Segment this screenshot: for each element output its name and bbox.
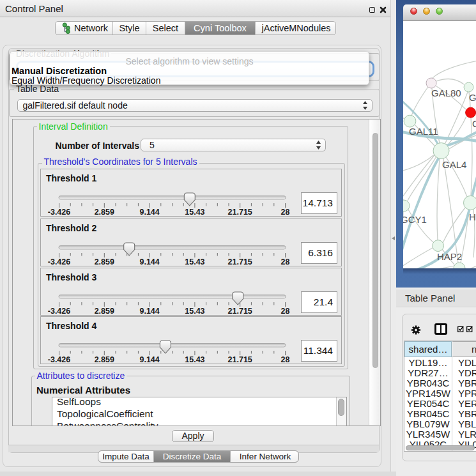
- svg-text:HAP2: HAP2: [437, 251, 462, 262]
- svg-text:2.859: 2.859: [95, 257, 114, 266]
- svg-text:-3.426: -3.426: [48, 355, 70, 364]
- svg-text:GCY1: GCY1: [403, 214, 427, 225]
- svg-text:15.43: 15.43: [185, 257, 204, 266]
- svg-text:CR: CR: [472, 118, 476, 129]
- svg-text:28: 28: [281, 257, 290, 266]
- svg-text:-3.426: -3.426: [48, 307, 70, 316]
- svg-text:21.715: 21.715: [228, 257, 252, 266]
- svg-text:-3.426: -3.426: [48, 257, 70, 266]
- svg-text:15.43: 15.43: [185, 307, 204, 316]
- svg-text:9.144: 9.144: [139, 307, 159, 316]
- svg-text:2.859: 2.859: [95, 355, 114, 364]
- svg-text:9.144: 9.144: [139, 355, 159, 364]
- svg-text:GA: GA: [469, 92, 476, 103]
- svg-text:21.715: 21.715: [228, 355, 252, 364]
- svg-text:GAL80: GAL80: [431, 88, 461, 98]
- svg-text:15.43: 15.43: [185, 355, 204, 364]
- svg-text:21.715: 21.715: [228, 307, 252, 316]
- svg-text:9.144: 9.144: [139, 257, 159, 266]
- svg-text:2.859: 2.859: [95, 208, 114, 217]
- svg-text:15.43: 15.43: [185, 208, 204, 217]
- svg-text:28: 28: [281, 355, 290, 364]
- svg-text:21.715: 21.715: [228, 208, 252, 217]
- svg-text:2.859: 2.859: [95, 307, 114, 316]
- svg-text:GAL4: GAL4: [442, 159, 466, 170]
- svg-text:28: 28: [281, 208, 290, 217]
- svg-text:28: 28: [281, 307, 290, 316]
- svg-text:-3.426: -3.426: [48, 208, 70, 217]
- svg-text:9.144: 9.144: [139, 208, 159, 217]
- svg-text:GAL11: GAL11: [409, 126, 438, 137]
- svg-text:HO: HO: [469, 211, 476, 222]
